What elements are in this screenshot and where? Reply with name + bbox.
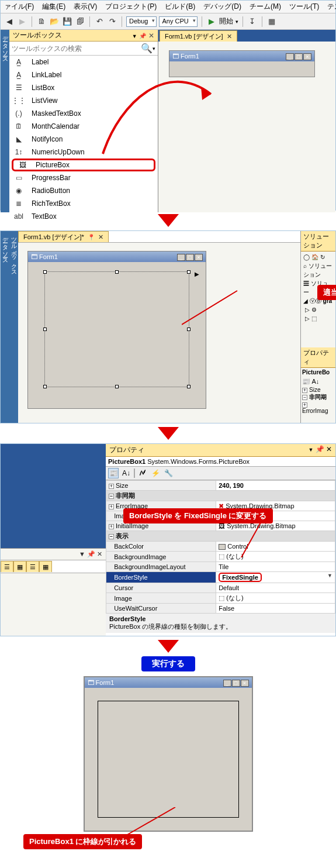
solution-explorer-title: ソリューション — [301, 231, 335, 252]
step-icon[interactable]: ↧ — [247, 16, 258, 27]
pin-icon[interactable]: 📌 — [139, 33, 146, 39]
tool-label: MonthCalendar — [32, 122, 79, 130]
callout-result: PictureBox1 に枠線が引かれる — [23, 834, 142, 849]
mini-prop-object: PictureBo — [301, 368, 335, 377]
properties-icon[interactable]: 🗲 — [137, 468, 148, 478]
nav-fwd-icon[interactable]: ▶ — [17, 16, 27, 27]
form-title-text-2: Form1 — [39, 253, 58, 260]
open-icon[interactable]: 📂 — [49, 16, 60, 27]
tool-label: ListBox — [32, 84, 54, 92]
tab-pin-icon[interactable]: 📍 — [88, 234, 95, 240]
minimize-icon[interactable]: _ — [286, 53, 294, 60]
dropdown-icon[interactable]: ▼ — [327, 573, 332, 578]
search-icon[interactable]: 🔍 — [141, 43, 153, 54]
form-close-icon[interactable]: × — [241, 680, 249, 687]
dropdown-icon[interactable]: ▼ — [132, 33, 137, 39]
form-titlebar-2[interactable]: 🗔 Form1 _□× — [28, 252, 206, 262]
close-icon[interactable]: ✕ — [326, 445, 332, 453]
menu-edit[interactable]: 編集(E) — [42, 2, 65, 12]
menu-team[interactable]: チーム(M) — [250, 2, 281, 12]
tab-close-icon-2[interactable]: ✕ — [98, 233, 103, 241]
toolbox-item-numericupdown[interactable]: 1↕NumericUpDown — [9, 146, 158, 159]
menu-view[interactable]: 表示(V) — [74, 2, 97, 12]
resize-handle[interactable] — [187, 385, 190, 388]
runtime-titlebar[interactable]: 🗔 Form1 _□× — [85, 677, 252, 688]
resize-handle[interactable] — [187, 270, 190, 274]
toolbox-item-monthcalendar[interactable]: 🗓MonthCalendar — [9, 120, 158, 133]
prop-row-usewaitcursor: UseWaitCursorFalse — [106, 604, 335, 614]
toolbox-item-progressbar[interactable]: ▭ProgressBar — [9, 171, 158, 184]
prop-row-backgroundimage: BackgroundImage⬚ (なし) — [106, 552, 335, 562]
new-project-icon[interactable]: 🗎 — [36, 16, 47, 27]
close-icon[interactable]: ✕ — [148, 32, 154, 40]
start-icon[interactable]: ▶ — [206, 16, 217, 27]
form-titlebar[interactable]: 🗔 Form1 _□× — [169, 51, 314, 61]
minimize-icon[interactable]: _ — [177, 254, 185, 261]
property-toolbar: 📰 A↓ 🗲 ⚡ 🔧 — [106, 467, 335, 480]
redo-icon[interactable]: ↷ — [107, 16, 117, 27]
toolbox-item-maskedtextbox[interactable]: (.)MaskedTextBox — [9, 107, 158, 120]
pin-icon[interactable]: 📌 — [316, 445, 324, 453]
platform-combo[interactable]: Any CPU — [159, 16, 197, 27]
maximize-icon[interactable]: □ — [186, 254, 194, 261]
undo-icon[interactable]: ↶ — [94, 16, 105, 27]
prop-cat-async: −非同期 — [106, 491, 335, 501]
sidetab-datasource[interactable]: データ ソース — [1, 30, 9, 212]
document-tab[interactable]: Form1.vb [デザイン] ✕ — [160, 30, 237, 42]
tool-icon: ≣ — [14, 199, 23, 208]
tab-close-icon[interactable]: ✕ — [227, 33, 232, 40]
maximize-icon[interactable]: □ — [232, 680, 240, 687]
save-all-icon[interactable]: 🗐 — [75, 16, 85, 27]
toolbox-item-listview[interactable]: ⋮⋮ListView — [9, 94, 158, 107]
alphabetical-icon[interactable]: A↓ — [121, 468, 131, 478]
menu-test[interactable]: テスト(S — [327, 2, 336, 12]
minimize-icon[interactable]: _ — [223, 680, 231, 687]
events-icon[interactable]: ⚡ — [150, 468, 161, 478]
toolbox-item-listbox[interactable]: ☰ListBox — [9, 81, 158, 94]
form-close-icon[interactable]: × — [195, 254, 203, 261]
menu-debug[interactable]: デバッグ(D) — [203, 2, 241, 12]
toolbox-header: ツールボックス ▼ 📌✕ — [9, 30, 158, 42]
sidetab-toolbox[interactable]: ツールボックス — [9, 231, 18, 423]
menu-build[interactable]: ビルド(B) — [165, 2, 195, 12]
toolbox-search-input[interactable] — [12, 43, 141, 54]
toolbox-item-label[interactable]: A̲Label — [9, 56, 158, 68]
save-icon[interactable]: 💾 — [62, 16, 72, 27]
categorized-icon[interactable]: 📰 — [108, 468, 119, 478]
start-label[interactable]: 開始 — [219, 16, 233, 26]
smarttag-icon[interactable]: ▶ — [195, 271, 199, 277]
toolbox-panel: ツールボックス ▼ 📌✕ 🔍▾ A̲LabelA̲LinkLabel☰ListB… — [9, 30, 158, 212]
sidetab-datasource-2[interactable]: データ ソース — [1, 231, 9, 423]
toolbox-item-textbox[interactable]: ablTextBox — [9, 210, 158, 223]
resize-handle[interactable] — [43, 328, 47, 331]
tool-label: RadioButton — [32, 187, 70, 195]
subtab-2[interactable]: ▦ — [13, 561, 26, 572]
runtime-title-text: Form1 — [96, 679, 115, 686]
subtab-1[interactable]: ☰ — [1, 561, 13, 572]
toolbox-item-picturebox[interactable]: 🖼PictureBox — [12, 159, 155, 171]
document-tab-dirty[interactable]: Form1.vb [デザイン]* 📍✕ — [18, 231, 109, 242]
toolbox-item-richtextbox[interactable]: ≣RichTextBox — [9, 197, 158, 210]
property-object-combo[interactable]: PictureBox1 System.Windows.Forms.Picture… — [106, 457, 335, 467]
config-combo[interactable]: Debug — [126, 16, 157, 27]
picturebox-selection[interactable]: ▶ — [44, 271, 189, 387]
nav-back-icon[interactable]: ◀ — [4, 16, 15, 27]
menu-file[interactable]: ァイル(F) — [4, 2, 34, 12]
resize-handle[interactable] — [115, 385, 119, 388]
subtab-3[interactable]: ☰ — [26, 561, 39, 572]
resize-handle[interactable] — [43, 385, 47, 388]
toolbox-item-notifyicon[interactable]: ◣NotifyIcon — [9, 133, 158, 146]
menu-tool[interactable]: ツール(T) — [289, 2, 319, 12]
panel-menu-icon[interactable]: ▼ 📌 ✕ — [79, 550, 102, 558]
subtab-4[interactable]: ▦ — [39, 561, 52, 572]
align-icon[interactable]: ▦ — [266, 16, 277, 27]
resize-handle[interactable] — [43, 270, 47, 274]
toolbox-item-radiobutton[interactable]: ◉RadioButton — [9, 184, 158, 197]
resize-handle[interactable] — [187, 328, 190, 331]
resize-handle[interactable] — [115, 270, 119, 274]
toolbox-item-linklabel[interactable]: A̲LinkLabel — [9, 68, 158, 81]
form-close-icon[interactable]: × — [303, 53, 311, 60]
menu-project[interactable]: プロジェクト(P) — [105, 2, 157, 12]
wrench-icon[interactable]: 🔧 — [163, 468, 174, 478]
maximize-icon[interactable]: □ — [295, 53, 303, 60]
